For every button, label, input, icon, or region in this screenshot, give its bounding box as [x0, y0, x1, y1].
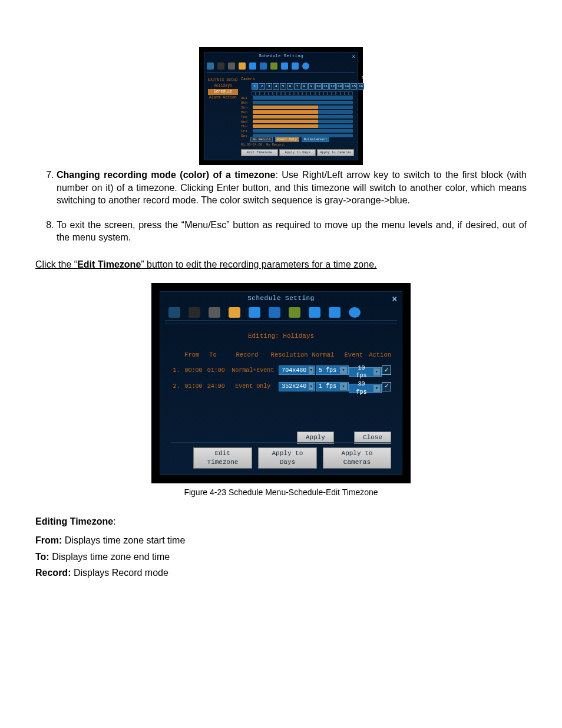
cursor-icon: ➤ — [362, 74, 365, 83]
info-icon[interactable] — [302, 62, 309, 70]
chevron-down-icon: ▾ — [373, 385, 380, 392]
time-ruler — [252, 91, 353, 95]
gear-icon[interactable] — [207, 62, 214, 70]
window-title: Schedule Setting — [204, 54, 358, 59]
action-checkbox[interactable]: ✓ — [382, 365, 391, 375]
chevron-down-icon: ▾ — [309, 367, 313, 374]
click-line: Click the “Edit Timezone” button to edit… — [35, 258, 527, 271]
camera-n[interactable]: 13 — [336, 83, 343, 90]
info-icon[interactable] — [349, 307, 361, 318]
apply-to-cameras-button[interactable]: Apply to Cameras — [317, 149, 354, 156]
camera-buttons: 1 2 3 4 5 6 7 8 9 10 11 12 13 14 15 16 — [252, 83, 364, 90]
camera-1[interactable]: 1 — [252, 83, 258, 90]
legend-no-record: No Record — [250, 137, 273, 142]
camera-n[interactable]: 7 — [294, 83, 300, 90]
bottom-buttons: Edit Timezone Apply to Days Apply to Cam… — [171, 442, 391, 469]
bar-tue[interactable] — [253, 115, 353, 118]
figure-big: Schedule Setting × Editing: Holiday — [35, 283, 527, 483]
table-row: 2. 01:00 24:00 Event Only 352x240▾ 1 fps… — [171, 380, 391, 393]
camera-n[interactable]: 14 — [343, 83, 350, 90]
apply-to-days-button[interactable]: Apply to Days — [258, 447, 317, 469]
event-fps-select[interactable]: 10 fps▾ — [349, 367, 382, 377]
camera-n[interactable]: 9 — [308, 83, 315, 90]
action-checkbox[interactable]: ✓ — [382, 382, 391, 391]
bar-hol[interactable] — [253, 96, 353, 100]
table-row: 1. 00:00 01:00 Normal+Event 704x480▾ 5 f… — [171, 364, 391, 377]
chevron-down-icon: ▾ — [340, 383, 347, 390]
legend-normal-event: Normal+Event — [302, 137, 330, 142]
nav-schedule[interactable]: Schedule — [208, 89, 238, 95]
edit-timezone-button[interactable]: Edit Timezone — [241, 149, 278, 156]
globe-icon[interactable] — [289, 307, 300, 318]
dvr-window-schedule: Schedule Setting × Express Setup — [199, 47, 363, 165]
monitor-icon[interactable] — [281, 62, 288, 70]
bell-icon[interactable] — [239, 62, 246, 70]
settings-icon[interactable] — [292, 62, 299, 70]
bar-thu[interactable] — [253, 124, 353, 128]
normal-fps-select[interactable]: 1 fps▾ — [316, 382, 349, 391]
camera-n[interactable]: 6 — [287, 83, 293, 90]
bar-sun[interactable] — [253, 106, 353, 109]
schedule-bars — [253, 96, 353, 139]
editing-timezone-heading: Editing Timezone: — [35, 515, 527, 528]
nav-holidays[interactable]: Holidays — [208, 83, 238, 89]
apply-to-days-button[interactable]: Apply to Days — [279, 149, 316, 156]
network-icon[interactable] — [269, 307, 280, 318]
disc-icon[interactable] — [228, 62, 235, 70]
day-labels: Hol Oth Sun Mon Tue Wed Thu Fri Sat — [241, 96, 247, 139]
calendar-icon[interactable] — [249, 62, 256, 70]
camera-n[interactable]: 10 — [315, 83, 322, 90]
def-record: Record: Displays Record mode — [35, 566, 527, 579]
normal-fps-select[interactable]: 5 fps▾ — [316, 365, 349, 375]
event-fps-select[interactable]: 30 fps▾ — [349, 384, 382, 393]
settings-icon[interactable] — [329, 307, 340, 318]
camera-icon[interactable] — [217, 62, 224, 70]
camera-n[interactable]: 3 — [266, 83, 272, 90]
bell-icon[interactable] — [229, 307, 240, 318]
window-title: Schedule Setting — [160, 294, 402, 303]
network-icon[interactable] — [260, 62, 267, 70]
camera-n[interactable]: 16 — [358, 83, 364, 90]
toolbar — [165, 305, 397, 321]
disc-icon[interactable] — [209, 307, 220, 318]
bar-fri[interactable] — [253, 129, 353, 133]
bottom-buttons: Edit Timezone Apply to Days Apply to Cam… — [241, 149, 354, 156]
camera-n[interactable]: 12 — [329, 83, 336, 90]
camera-n[interactable]: 8 — [301, 83, 308, 90]
gear-icon[interactable] — [168, 307, 180, 318]
chevron-down-icon: ▾ — [340, 367, 347, 374]
def-from: From: Displays time zone start time — [35, 534, 527, 547]
close-icon[interactable]: × — [392, 294, 397, 305]
apply-to-cameras-button[interactable]: Apply to Cameras — [323, 447, 391, 469]
figure-caption: Figure 4-23 Schedule Menu-Schedule-Edit … — [35, 487, 527, 498]
editing-label: Editing: Holidays — [171, 332, 391, 341]
chevron-down-icon: ▾ — [373, 368, 380, 375]
camera-icon[interactable] — [189, 307, 200, 318]
bar-mon[interactable] — [253, 110, 353, 114]
camera-n[interactable]: 5 — [280, 83, 286, 90]
camera-n[interactable]: 2 — [259, 83, 265, 90]
nav-express-setup[interactable]: Express Setup — [208, 77, 238, 83]
camera-n[interactable]: 11 — [322, 83, 329, 90]
camera-n[interactable]: 15 — [351, 83, 357, 90]
legend: No Record Event Only Normal+Event — [250, 137, 329, 142]
list-item-8: To exit the screen, press the “Menu/Esc”… — [57, 219, 527, 244]
nav-alarm-action[interactable]: Alarm Action — [208, 95, 238, 101]
calendar-icon[interactable] — [249, 307, 260, 318]
legend-event-only: Event Only — [275, 137, 299, 142]
globe-icon[interactable] — [270, 62, 277, 70]
monitor-icon[interactable] — [309, 307, 320, 318]
resolution-select[interactable]: 352x240▾ — [279, 382, 315, 391]
list-item-7: Changing recording mode (color) of a tim… — [57, 169, 527, 207]
resolution-select[interactable]: 704x480▾ — [279, 365, 315, 375]
toolbar — [207, 61, 355, 71]
bar-wed[interactable] — [253, 120, 353, 123]
bar-oth[interactable] — [253, 101, 353, 104]
table-header: From To Record Resolution Normal Event A… — [171, 351, 391, 359]
chevron-down-icon: ▾ — [309, 383, 313, 390]
edit-timezone-button[interactable]: Edit Timezone — [193, 447, 252, 469]
dvr-window-edit-timezone: Schedule Setting × Editing: Holiday — [151, 283, 411, 483]
figure-small: Schedule Setting × Express Setup — [35, 47, 527, 165]
close-icon[interactable]: × — [352, 54, 355, 61]
camera-n[interactable]: 4 — [273, 83, 279, 90]
